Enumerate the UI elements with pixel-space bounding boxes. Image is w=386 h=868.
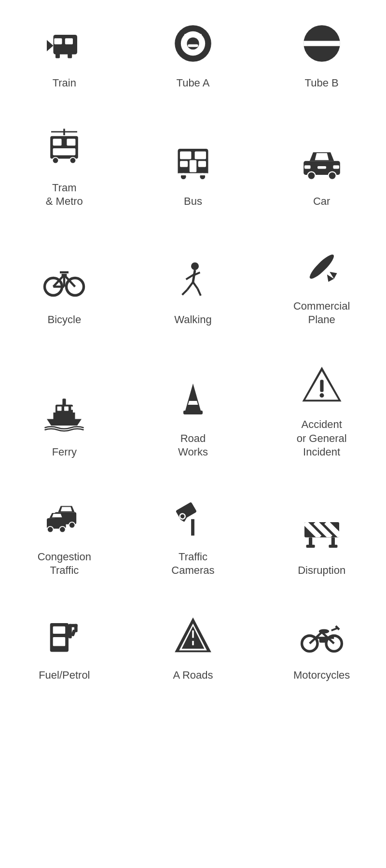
bicycle-icon <box>40 256 88 304</box>
svg-rect-69 <box>320 380 323 392</box>
fuel-icon <box>40 612 88 660</box>
icon-cell-walking: Walking <box>129 223 258 342</box>
svg-point-73 <box>69 522 75 528</box>
ferry-label: Ferry <box>52 445 77 459</box>
svg-rect-27 <box>198 161 206 167</box>
icon-cell-traffic-cameras: TrafficCameras <box>129 474 258 592</box>
svg-point-75 <box>47 526 54 533</box>
congestion-label: CongestionTraffic <box>38 550 91 578</box>
svg-point-20 <box>53 157 59 163</box>
svg-rect-92 <box>53 626 66 634</box>
icon-cell-bicycle: Bicycle <box>0 223 129 342</box>
disruption-label: Disruption <box>298 564 345 578</box>
icon-cell-ferry: Ferry <box>0 342 129 474</box>
ferry-icon <box>40 388 88 437</box>
a-roads-label: A Roads <box>173 669 213 683</box>
svg-rect-62 <box>64 407 69 411</box>
accident-label: Accidentor GeneralIncident <box>297 418 347 459</box>
icon-cell-congestion: CongestionTraffic <box>0 474 129 592</box>
walking-icon <box>169 256 217 304</box>
icon-cell-tube-b: Tube B <box>257 0 386 105</box>
svg-line-52 <box>193 282 198 289</box>
traffic-cameras-label: TrafficCameras <box>171 550 214 578</box>
svg-line-51 <box>182 290 187 295</box>
svg-rect-3 <box>68 53 72 58</box>
train-label: Train <box>53 76 76 90</box>
tube-b-label: Tube B <box>305 76 339 90</box>
icon-cell-disruption: Disruption <box>257 474 386 592</box>
svg-rect-5 <box>65 38 73 44</box>
tube-a-label: Tube A <box>177 76 210 90</box>
accident-icon <box>298 361 346 409</box>
svg-rect-18 <box>67 139 76 145</box>
icon-cell-a-roads: A Roads <box>129 592 258 697</box>
plane-label: CommercialPlane <box>293 299 350 327</box>
svg-rect-23 <box>180 152 191 159</box>
motorcycles-label: Motorcycles <box>293 669 350 683</box>
svg-rect-66 <box>183 411 203 414</box>
svg-rect-4 <box>55 38 62 44</box>
svg-point-8 <box>187 37 199 49</box>
svg-point-35 <box>328 172 336 180</box>
icon-cell-fuel: Fuel/Petrol <box>0 592 129 697</box>
svg-rect-77 <box>192 519 195 536</box>
svg-line-53 <box>198 289 201 296</box>
svg-rect-93 <box>53 637 66 646</box>
svg-rect-13 <box>303 41 340 46</box>
svg-rect-11 <box>188 44 198 47</box>
walking-label: Walking <box>174 313 211 327</box>
svg-rect-17 <box>53 139 62 145</box>
car-icon <box>298 138 346 186</box>
icon-cell-road-works: RoadWorks <box>129 342 258 474</box>
svg-rect-9 <box>184 34 190 38</box>
train-icon <box>40 19 88 68</box>
bicycle-label: Bicycle <box>47 313 81 327</box>
icon-cell-accident: Accidentor GeneralIncident <box>257 342 386 474</box>
svg-marker-65 <box>188 401 198 405</box>
icon-cell-car: Car <box>257 105 386 223</box>
icon-cell-tube-a: Tube A <box>129 0 258 105</box>
svg-rect-0 <box>54 35 78 55</box>
traffic-cameras-icon <box>169 493 217 541</box>
svg-marker-64 <box>185 384 201 411</box>
svg-point-76 <box>59 526 66 533</box>
motorcycles-icon <box>298 612 346 660</box>
icon-grid: Train Tube A Tube B <box>0 0 386 697</box>
tube-b-icon <box>298 19 346 68</box>
icon-cell-tram: Tram& Metro <box>0 105 129 223</box>
road-works-label: RoadWorks <box>178 432 208 459</box>
svg-line-50 <box>187 282 193 290</box>
svg-point-108 <box>318 629 329 633</box>
tram-icon <box>40 124 88 172</box>
road-works-icon <box>169 375 217 423</box>
svg-rect-90 <box>329 545 337 548</box>
svg-rect-63 <box>71 407 73 410</box>
fuel-label: Fuel/Petrol <box>39 669 90 683</box>
car-label: Car <box>313 195 330 209</box>
tram-label: Tram& Metro <box>46 181 83 209</box>
svg-rect-61 <box>57 407 62 411</box>
svg-rect-89 <box>306 545 315 548</box>
svg-point-46 <box>191 263 199 270</box>
svg-rect-2 <box>55 53 60 58</box>
svg-point-70 <box>319 393 324 398</box>
svg-point-34 <box>307 172 315 180</box>
svg-marker-1 <box>47 40 54 51</box>
a-roads-icon <box>169 612 217 660</box>
icon-cell-train: Train <box>0 0 129 105</box>
congestion-icon <box>40 493 88 541</box>
icon-cell-plane: CommercialPlane <box>257 223 386 342</box>
svg-rect-32 <box>304 165 311 169</box>
svg-rect-10 <box>196 34 202 38</box>
disruption-icon <box>298 507 346 555</box>
plane-icon <box>298 242 346 291</box>
svg-point-21 <box>70 157 76 163</box>
svg-rect-111 <box>319 638 327 643</box>
icon-cell-bus: Bus <box>129 105 258 223</box>
svg-rect-30 <box>178 173 208 176</box>
svg-rect-36 <box>317 166 326 169</box>
svg-rect-60 <box>63 398 66 405</box>
icon-cell-motorcycles: Motorcycles <box>257 592 386 697</box>
bus-icon <box>169 138 217 186</box>
svg-rect-19 <box>53 148 76 155</box>
